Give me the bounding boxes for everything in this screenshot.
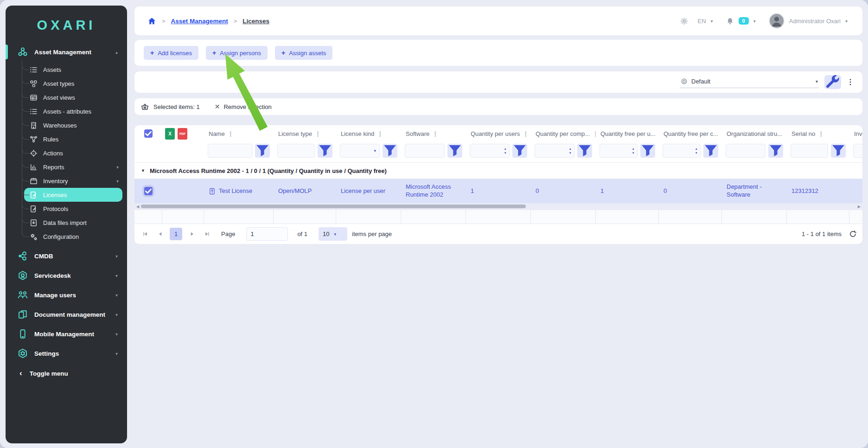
qty-free-per-users-filter-input[interactable] — [600, 144, 630, 157]
number-stepper[interactable]: ▲▼ — [630, 147, 637, 155]
breadcrumb-asset-management[interactable]: Asset Management — [171, 18, 228, 25]
kebab-icon[interactable]: ⋮ — [593, 130, 596, 137]
column-header-invoice[interactable]: Invo — [849, 125, 862, 142]
caret-down-icon[interactable]: ▾ — [753, 19, 756, 24]
sidebar-item-warehouses[interactable]: Warehouses — [6, 118, 127, 132]
previous-page-button[interactable] — [155, 229, 165, 239]
sidebar-item-reports[interactable]: Reports▾ — [6, 160, 127, 174]
column-header-license-kind[interactable]: License kind⋮ — [336, 125, 401, 142]
kebab-icon[interactable]: ⋮ — [432, 130, 438, 137]
view-select[interactable]: Default ▾ — [680, 76, 819, 88]
sidebar-section-document-management[interactable]: Document management ▾ — [6, 305, 127, 324]
name-filter-input[interactable] — [208, 144, 252, 157]
assign-assets-button[interactable]: + Assign assets — [275, 46, 332, 60]
page-number-input[interactable] — [246, 227, 288, 241]
sidebar-section-servicedesk[interactable]: Servicedesk ▾ — [6, 266, 127, 285]
sidebar-item-licenses[interactable]: Licenses — [6, 188, 127, 202]
user-name[interactable]: Administrator Oxari — [789, 18, 841, 25]
kebab-icon[interactable]: ⋮ — [315, 130, 321, 137]
number-stepper[interactable]: ▲▼ — [693, 147, 700, 155]
sidebar-item-inventory[interactable]: Inventory▾ — [6, 174, 127, 188]
caret-down-icon[interactable]: ▾ — [845, 19, 848, 24]
sidebar-item-actions[interactable]: Actions — [6, 146, 127, 160]
bell-icon[interactable] — [726, 17, 734, 25]
assign-persons-button[interactable]: + Assign persons — [206, 46, 268, 60]
horizontal-scrollbar[interactable]: ◀ ▶ — [134, 203, 862, 210]
software-filter-button[interactable] — [447, 144, 462, 158]
qty-per-computers-filter-input[interactable] — [535, 144, 567, 157]
avatar[interactable] — [769, 13, 785, 29]
org-structure-filter-button[interactable] — [768, 144, 783, 158]
page-1-button[interactable]: 1 — [170, 228, 182, 240]
cell-name[interactable]: Test License — [219, 187, 252, 195]
sidebar-section-manage-users[interactable]: Manage users ▾ — [6, 285, 127, 305]
org-structure-filter-input[interactable] — [726, 144, 765, 157]
next-page-button[interactable] — [187, 229, 197, 239]
caret-down-icon[interactable]: ▾ — [711, 19, 713, 24]
software-filter-input[interactable] — [405, 144, 444, 157]
collapse-group-icon[interactable]: ▼ — [141, 168, 145, 173]
sidebar-item-data-files-import[interactable]: Data files import — [6, 216, 127, 230]
kebab-icon[interactable]: ⋮ — [523, 130, 529, 137]
invoice-filter-input[interactable] — [854, 144, 862, 157]
sidebar-section-cmdb[interactable]: CMDB ▾ — [6, 246, 127, 266]
sidebar-item-assets-attributes[interactable]: Assets - attributes — [6, 104, 127, 118]
language-selector[interactable]: EN — [697, 18, 706, 25]
last-page-button[interactable] — [202, 229, 212, 239]
column-header-software[interactable]: Software⋮ — [401, 125, 466, 142]
sidebar-item-asset-views[interactable]: Asset views — [6, 90, 127, 104]
add-licenses-button[interactable]: + Add licenses — [144, 46, 198, 60]
page-size-select[interactable]: 10 ▾ — [319, 227, 347, 241]
qty-free-per-computers-filter-button[interactable] — [703, 144, 718, 158]
kebab-icon[interactable]: ⋮ — [228, 130, 234, 137]
more-options-button[interactable]: ⋮ — [847, 78, 854, 86]
scroll-left-icon[interactable]: ◀ — [136, 205, 139, 209]
number-stepper[interactable]: ▲▼ — [502, 147, 509, 155]
home-icon[interactable] — [147, 17, 156, 26]
qty-free-per-users-filter-button[interactable] — [640, 144, 655, 158]
column-header-serial-no[interactable]: Serial no⋮ — [787, 125, 849, 142]
column-header-license-type[interactable]: License type⋮ — [274, 125, 336, 142]
refresh-icon[interactable] — [849, 230, 857, 238]
sidebar-section-asset-management[interactable]: Asset Management ▴ — [6, 42, 127, 62]
remove-selection-button[interactable]: ✕ Remove selection — [215, 103, 272, 110]
column-header-qty-free-per-computers[interactable]: Quantity free per c...⋮ — [659, 125, 722, 142]
sidebar-item-asset-types[interactable]: Asset types — [6, 77, 127, 90]
column-header-qty-per-computers[interactable]: Quantity per comp...⋮ — [531, 125, 596, 142]
caret-down-icon[interactable]: ▾ — [370, 148, 379, 153]
serial-no-filter-button[interactable] — [831, 144, 846, 158]
license-kind-filter-input[interactable] — [340, 144, 370, 157]
serial-no-filter-input[interactable] — [791, 144, 828, 157]
gear-icon[interactable] — [680, 17, 688, 25]
first-page-button[interactable] — [140, 229, 150, 239]
kebab-icon[interactable]: ⋮ — [377, 130, 383, 137]
kebab-icon[interactable]: ⋮ — [818, 130, 824, 137]
row-checkbox[interactable] — [144, 187, 153, 195]
cell-software[interactable]: Microsoft Access Runtime 2002 — [401, 179, 466, 203]
qty-per-users-filter-input[interactable] — [470, 144, 502, 157]
toggle-menu-button[interactable]: ‹ Toggle menu — [6, 363, 127, 392]
wrench-button[interactable] — [824, 75, 841, 89]
sidebar-item-rules[interactable]: Rules — [6, 132, 127, 146]
table-row[interactable]: Test License Open/MOLP License per user … — [134, 179, 862, 203]
select-all-checkbox[interactable] — [144, 129, 153, 138]
license-type-filter-input[interactable] — [278, 144, 314, 157]
export-excel-button[interactable]: X — [165, 128, 175, 140]
column-header-qty-per-users[interactable]: Quantity per users⋮ — [466, 125, 531, 142]
breadcrumb-licenses[interactable]: Licenses — [243, 18, 269, 25]
sidebar-item-protocols[interactable]: Protocols — [6, 202, 127, 216]
qty-per-computers-filter-button[interactable] — [577, 144, 592, 158]
name-filter-button[interactable] — [255, 144, 270, 158]
qty-free-per-computers-filter-input[interactable] — [663, 144, 693, 157]
sidebar-section-settings[interactable]: Settings ▾ — [6, 344, 127, 363]
qty-per-users-filter-button[interactable] — [512, 144, 527, 158]
sidebar-section-mobile-management[interactable]: Mobile Management ▾ — [6, 324, 127, 344]
scrollbar-thumb[interactable] — [141, 205, 526, 208]
sidebar-item-assets[interactable]: Assets — [6, 63, 127, 77]
license-type-filter-button[interactable] — [318, 144, 332, 158]
column-header-name[interactable]: Name⋮ — [204, 125, 274, 142]
column-header-org-structure[interactable]: Organizational stru...⋮ — [722, 125, 787, 142]
scroll-right-icon[interactable]: ▶ — [858, 205, 861, 209]
export-pdf-button[interactable]: PDF — [178, 128, 187, 140]
number-stepper[interactable]: ▲▼ — [567, 147, 574, 155]
